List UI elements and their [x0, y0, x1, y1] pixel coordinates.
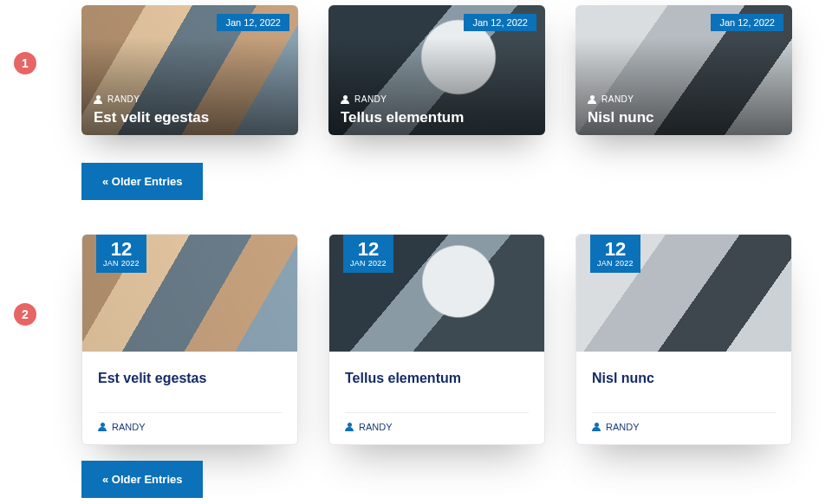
date-tag: Jan 12, 2022: [464, 14, 536, 31]
card-title: Est velit egestas: [98, 371, 282, 386]
blog-row-overlay: Jan 12, 2022 RANDY Est velit egestas Jan…: [81, 5, 792, 135]
card-footer: RANDY: [329, 413, 544, 444]
date-month: JAN 2022: [103, 259, 140, 268]
date-month: JAN 2022: [597, 259, 634, 268]
date-month: JAN 2022: [350, 259, 387, 268]
blog-card-overlay[interactable]: Jan 12, 2022 RANDY Tellus elementum: [328, 5, 545, 135]
card-body: Tellus elementum: [329, 352, 544, 395]
blog-card[interactable]: 12 JAN 2022 Tellus elementum RANDY: [328, 234, 545, 445]
user-icon: [588, 95, 596, 104]
author-name: RANDY: [601, 94, 634, 104]
blog-row-card: 12 JAN 2022 Est velit egestas RANDY 12 J…: [81, 234, 792, 445]
card-title: Nisl nunc: [588, 109, 654, 126]
date-block: 12 JAN 2022: [590, 235, 640, 273]
author-name: RANDY: [359, 422, 393, 432]
date-tag: Jan 12, 2022: [217, 14, 289, 31]
date-day: 12: [597, 240, 634, 259]
blog-card[interactable]: 12 JAN 2022 Est velit egestas RANDY: [81, 234, 298, 445]
date-day: 12: [103, 240, 140, 259]
blog-card-overlay[interactable]: Jan 12, 2022 RANDY Nisl nunc: [575, 5, 792, 135]
author-meta: RANDY: [588, 94, 634, 104]
section-badge-1: 1: [14, 52, 36, 74]
card-title: Nisl nunc: [592, 371, 776, 386]
card-image: 12 JAN 2022: [576, 235, 791, 352]
author-meta: RANDY: [94, 94, 140, 104]
card-title: Tellus elementum: [341, 109, 464, 126]
card-body: Nisl nunc: [576, 352, 791, 395]
blog-card-overlay[interactable]: Jan 12, 2022 RANDY Est velit egestas: [81, 5, 298, 135]
blog-card[interactable]: 12 JAN 2022 Nisl nunc RANDY: [575, 234, 792, 445]
date-day: 12: [350, 240, 387, 259]
author-name: RANDY: [354, 94, 387, 104]
card-body: Est velit egestas: [82, 352, 297, 395]
card-title: Tellus elementum: [345, 371, 529, 386]
card-image: 12 JAN 2022: [329, 235, 544, 352]
author-name: RANDY: [606, 422, 640, 432]
user-icon: [98, 423, 107, 431]
user-icon: [94, 95, 102, 104]
author-name: RANDY: [107, 94, 140, 104]
date-tag: Jan 12, 2022: [711, 14, 783, 31]
card-image: 12 JAN 2022: [82, 235, 297, 352]
date-block: 12 JAN 2022: [96, 235, 146, 273]
author-meta: RANDY: [341, 94, 387, 104]
card-title: Est velit egestas: [94, 109, 209, 126]
card-footer: RANDY: [576, 413, 791, 444]
card-footer: RANDY: [82, 413, 297, 444]
section-badge-2: 2: [14, 303, 36, 326]
older-entries-button[interactable]: « Older Entries: [81, 163, 203, 200]
older-entries-button[interactable]: « Older Entries: [81, 461, 203, 498]
user-icon: [341, 95, 349, 104]
user-icon: [592, 423, 601, 431]
author-name: RANDY: [112, 422, 146, 432]
date-block: 12 JAN 2022: [343, 235, 393, 273]
user-icon: [345, 423, 354, 431]
